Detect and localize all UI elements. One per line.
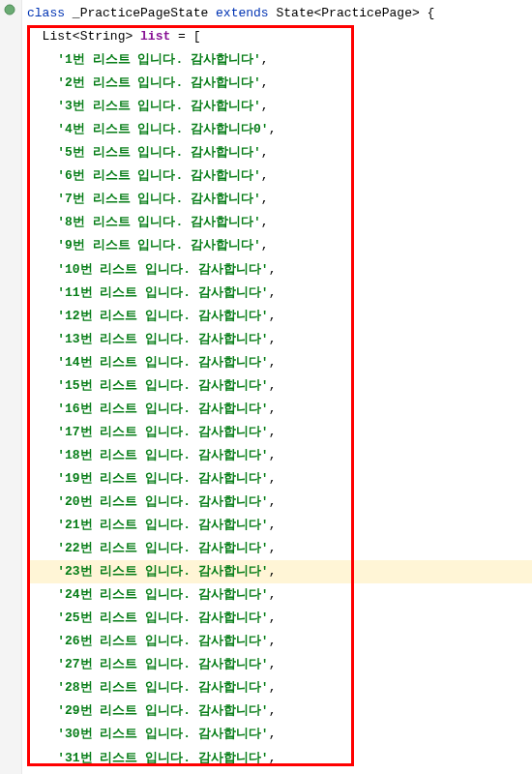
code-line[interactable]: class _PracticePageState extends State<P…: [27, 2, 532, 25]
code-line[interactable]: '24번 리스트 입니다. 감사합니다',: [27, 583, 532, 607]
code-line[interactable]: '31번 리스트 입니다. 감사합니다',: [27, 747, 532, 770]
code-line[interactable]: ];: [27, 770, 532, 774]
code-line[interactable]: '13번 리스트 입니다. 감사합니다',: [27, 328, 532, 351]
code-line[interactable]: '11번 리스트 입니다. 감사합니다',: [27, 282, 532, 305]
code-line[interactable]: '3번 리스트 입니다. 감사합니다',: [27, 95, 532, 118]
code-line[interactable]: '1번 리스트 입니다. 감사합니다',: [27, 48, 532, 72]
code-line[interactable]: '27번 리스트 입니다. 감사합니다',: [27, 653, 532, 676]
code-line[interactable]: '16번 리스트 입니다. 감사합니다',: [27, 398, 532, 421]
override-gutter-icon: [4, 4, 15, 15]
code-line[interactable]: '7번 리스트 입니다. 감사합니다',: [27, 188, 532, 211]
code-line[interactable]: '8번 리스트 입니다. 감사합니다',: [27, 211, 532, 234]
code-line[interactable]: '17번 리스트 입니다. 감사합니다',: [27, 421, 532, 444]
code-line[interactable]: '19번 리스트 입니다. 감사합니다',: [27, 467, 532, 491]
code-line[interactable]: '26번 리스트 입니다. 감사합니다',: [27, 630, 532, 653]
svg-point-0: [5, 5, 15, 15]
code-line[interactable]: '21번 리스트 입니다. 감사합니다',: [27, 514, 532, 537]
code-line[interactable]: '4번 리스트 입니다. 감사합니다0',: [27, 118, 532, 141]
code-line[interactable]: '6번 리스트 입니다. 감사합니다',: [27, 164, 532, 188]
code-line[interactable]: '23번 리스트 입니다. 감사합니다',: [27, 560, 532, 583]
code-line[interactable]: '18번 리스트 입니다. 감사합니다',: [27, 444, 532, 467]
code-line[interactable]: '5번 리스트 입니다. 감사합니다',: [27, 141, 532, 164]
code-line[interactable]: '15번 리스트 입니다. 감사합니다',: [27, 374, 532, 398]
code-line[interactable]: '12번 리스트 입니다. 감사합니다',: [27, 305, 532, 328]
code-editor[interactable]: class _PracticePageState extends State<P…: [0, 0, 532, 774]
code-line[interactable]: '14번 리스트 입니다. 감사합니다',: [27, 351, 532, 374]
code-line[interactable]: '30번 리스트 입니다. 감사합니다',: [27, 723, 532, 746]
code-line[interactable]: '29번 리스트 입니다. 감사합니다',: [27, 700, 532, 723]
editor-gutter: [0, 0, 22, 774]
code-line[interactable]: '20번 리스트 입니다. 감사합니다',: [27, 491, 532, 514]
code-line[interactable]: '9번 리스트 입니다. 감사합니다',: [27, 234, 532, 257]
code-line[interactable]: '28번 리스트 입니다. 감사합니다',: [27, 676, 532, 700]
code-line[interactable]: '2번 리스트 입니다. 감사합니다',: [27, 72, 532, 95]
code-content[interactable]: class _PracticePageState extends State<P…: [0, 0, 532, 774]
code-line[interactable]: List<String> list = [: [27, 25, 532, 48]
code-line[interactable]: '10번 리스트 입니다. 감사합니다',: [27, 258, 532, 282]
code-line[interactable]: '25번 리스트 입니다. 감사합니다',: [27, 607, 532, 630]
code-line[interactable]: '22번 리스트 입니다. 감사합니다',: [27, 537, 532, 560]
